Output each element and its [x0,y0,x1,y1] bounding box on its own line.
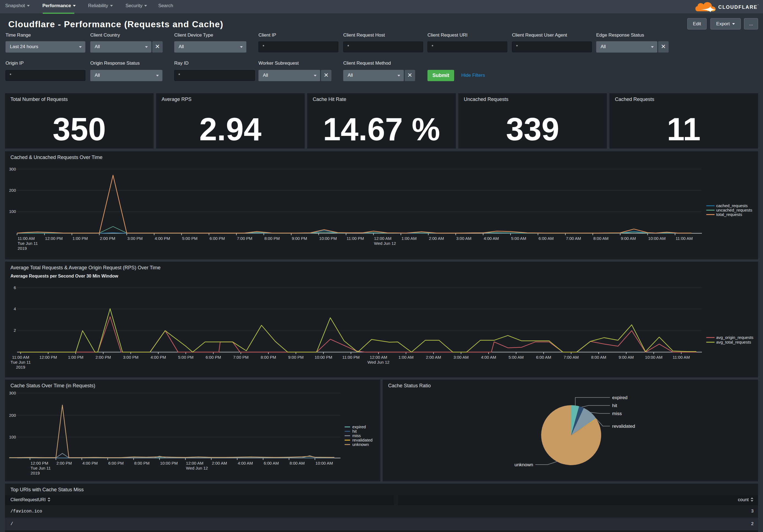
svg-text:100: 100 [9,209,16,214]
svg-text:hit: hit [612,403,617,408]
svg-text:8:00 PM: 8:00 PM [264,236,280,241]
svg-text:7:00 PM: 7:00 PM [237,236,253,241]
svg-text:300: 300 [9,167,16,171]
svg-text:revalidated: revalidated [352,438,373,442]
svg-text:2019: 2019 [16,365,25,369]
svg-text:5:00 PM: 5:00 PM [182,236,198,241]
svg-text:4:00 PM: 4:00 PM [151,355,166,360]
svg-text:9:00 PM: 9:00 PM [288,355,304,360]
svg-text:11:00 AM: 11:00 AM [676,236,693,241]
svg-text:11:00 PM: 11:00 PM [342,355,360,360]
svg-text:total_requests: total_requests [716,212,742,217]
svg-text:6:00 PM: 6:00 PM [209,236,225,241]
svg-text:11:00 AM: 11:00 AM [12,355,29,360]
svg-text:10:00 AM: 10:00 AM [648,236,666,241]
svg-text:2:00 AM: 2:00 AM [426,355,441,360]
svg-text:3:00 AM: 3:00 AM [456,236,472,241]
svg-text:7:00 AM: 7:00 AM [563,355,579,360]
svg-text:8:00 PM: 8:00 PM [261,355,276,360]
svg-text:4: 4 [14,307,16,311]
svg-text:10:00 AM: 10:00 AM [315,461,333,466]
svg-text:3:00 PM: 3:00 PM [127,236,143,241]
svg-text:12:00 PM: 12:00 PM [45,236,63,241]
svg-text:2:00 PM: 2:00 PM [100,236,115,241]
svg-text:2: 2 [14,328,16,332]
svg-text:miss: miss [612,411,622,416]
svg-text:300: 300 [9,391,16,395]
svg-text:8:00 AM: 8:00 AM [594,236,608,241]
svg-text:200: 200 [9,188,16,193]
svg-text:12:00 PM: 12:00 PM [39,355,57,360]
svg-text:100: 100 [9,435,16,439]
svg-text:expired: expired [352,424,366,429]
svg-text:Tue Jun 11: Tue Jun 11 [18,241,38,246]
svg-text:unknown: unknown [352,442,369,447]
svg-text:6: 6 [14,285,16,290]
svg-text:8:00 PM: 8:00 PM [134,461,150,466]
svg-text:6:00 AM: 6:00 AM [264,461,279,466]
svg-text:10:00 AM: 10:00 AM [645,355,662,360]
svg-text:miss: miss [352,433,361,438]
svg-text:8:00 AM: 8:00 AM [289,461,305,466]
svg-text:7:00 PM: 7:00 PM [233,355,249,360]
svg-text:7:00 AM: 7:00 AM [566,236,581,241]
svg-text:200: 200 [9,413,16,417]
svg-text:expired: expired [612,395,627,400]
svg-text:5:00 PM: 5:00 PM [178,355,193,360]
svg-text:2019: 2019 [18,246,27,251]
svg-text:10:00 PM: 10:00 PM [315,355,332,360]
svg-text:2:00 PM: 2:00 PM [95,355,111,360]
svg-text:Wed Jun 12: Wed Jun 12 [374,241,396,246]
svg-text:6:00 AM: 6:00 AM [536,355,551,360]
svg-text:Wed Jun 12: Wed Jun 12 [368,360,389,365]
svg-text:2019: 2019 [31,471,40,475]
svg-text:9:00 AM: 9:00 AM [618,355,634,360]
svg-text:10:00 PM: 10:00 PM [160,461,178,466]
svg-text:Tue Jun 11: Tue Jun 11 [10,360,31,365]
svg-text:4:00 AM: 4:00 AM [238,461,253,466]
svg-text:11:00 AM: 11:00 AM [18,236,35,241]
svg-text:Tue Jun 11: Tue Jun 11 [31,466,51,470]
svg-text:unknown: unknown [514,462,533,467]
svg-text:10:00 PM: 10:00 PM [319,236,337,241]
svg-text:4:00 PM: 4:00 PM [155,236,170,241]
svg-text:8:00 AM: 8:00 AM [591,355,606,360]
svg-text:Wed Jun 12: Wed Jun 12 [186,466,208,470]
svg-text:4:00 PM: 4:00 PM [82,461,98,466]
svg-text:6:00 AM: 6:00 AM [538,236,554,241]
svg-text:6:00 PM: 6:00 PM [108,461,124,466]
svg-text:2:00 AM: 2:00 AM [429,236,444,241]
svg-text:3:00 AM: 3:00 AM [453,355,469,360]
svg-text:uncached_requests: uncached_requests [716,208,752,212]
svg-text:9:00 AM: 9:00 AM [621,236,636,241]
svg-text:4:00 AM: 4:00 AM [481,355,496,360]
svg-text:1:00 AM: 1:00 AM [398,355,413,360]
svg-text:1:00 AM: 1:00 AM [401,236,416,241]
svg-text:5:00 AM: 5:00 AM [508,355,523,360]
svg-text:1:00 PM: 1:00 PM [68,355,83,360]
svg-text:12:00 AM: 12:00 AM [186,461,203,466]
svg-text:avg_total_requests: avg_total_requests [716,340,751,344]
svg-text:6:00 PM: 6:00 PM [206,355,221,360]
svg-text:11:00 PM: 11:00 PM [347,236,364,241]
svg-text:9:00 PM: 9:00 PM [292,236,307,241]
svg-text:1:00 PM: 1:00 PM [72,236,88,241]
svg-text:2:00 AM: 2:00 AM [212,461,227,466]
svg-text:12:00 PM: 12:00 PM [31,461,48,466]
svg-text:cached_requests: cached_requests [716,203,748,208]
svg-text:2:00 PM: 2:00 PM [56,461,72,466]
svg-text:revalidated: revalidated [612,424,635,429]
svg-text:4:00 AM: 4:00 AM [484,236,499,241]
svg-text:hit: hit [352,429,357,433]
svg-text:3:00 PM: 3:00 PM [123,355,139,360]
svg-text:12:00 AM: 12:00 AM [374,236,391,241]
svg-text:avg_origin_requests: avg_origin_requests [716,335,753,340]
svg-text:12:00 AM: 12:00 AM [370,355,387,360]
svg-text:5:00 AM: 5:00 AM [511,236,526,241]
svg-text:11:00 AM: 11:00 AM [673,355,690,360]
